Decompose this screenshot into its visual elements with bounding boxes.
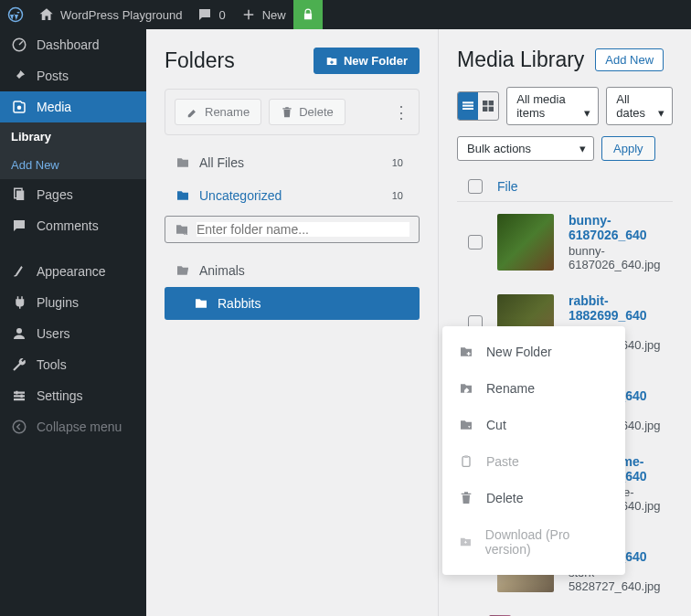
ctx-new-folder[interactable]: New Folder xyxy=(442,334,625,370)
pages-icon xyxy=(11,186,27,203)
lock-badge[interactable] xyxy=(293,0,323,29)
sidebar-item-media[interactable]: Media xyxy=(0,91,146,122)
more-button[interactable]: ⋮ xyxy=(393,102,409,122)
sidebar-item-appearance[interactable]: Appearance xyxy=(0,256,146,287)
sidebar-item-dashboard[interactable]: Dashboard xyxy=(0,29,146,60)
media-thumbnail[interactable] xyxy=(497,214,554,271)
svg-rect-8 xyxy=(14,398,25,400)
select-all-checkbox[interactable] xyxy=(468,179,483,194)
svg-rect-19 xyxy=(462,108,473,110)
svg-rect-21 xyxy=(489,101,494,105)
folder-uncategorized[interactable]: Uncategorized 10 xyxy=(165,179,420,212)
apply-button[interactable]: Apply xyxy=(601,136,655,161)
folder-search-input[interactable] xyxy=(197,222,409,237)
svg-rect-18 xyxy=(462,105,473,107)
ctx-download: Download (Pro version) xyxy=(442,516,625,568)
admin-sidebar: Dashboard Posts Media Library Add New Pa… xyxy=(0,29,146,616)
folder-icon xyxy=(175,188,190,203)
edit-icon xyxy=(459,381,473,396)
svg-point-11 xyxy=(13,420,26,433)
grid-icon xyxy=(481,99,495,113)
media-title: Media Library xyxy=(457,48,584,72)
sidebar-item-comments[interactable]: Comments xyxy=(0,210,146,241)
dashboard-icon xyxy=(11,37,27,53)
ctx-cut[interactable]: Cut xyxy=(442,407,625,443)
svg-rect-6 xyxy=(14,392,25,394)
svg-rect-23 xyxy=(489,107,494,112)
edit-icon xyxy=(186,106,199,119)
lock-icon xyxy=(302,8,314,21)
folder-plus-icon xyxy=(325,55,338,68)
comments-count: 0 xyxy=(218,8,225,22)
new-label: New xyxy=(262,8,286,22)
folder-all-files[interactable]: All Files 10 xyxy=(165,146,420,179)
brush-icon xyxy=(11,263,27,280)
svg-point-5 xyxy=(16,328,22,334)
sidebar-sub-library[interactable]: Library xyxy=(0,122,146,151)
folder-search[interactable] xyxy=(165,216,420,243)
rename-button[interactable]: Rename xyxy=(175,99,261,125)
site-name-link[interactable]: WordPress Playground xyxy=(31,0,189,29)
cut-icon xyxy=(459,418,473,432)
media-add-new-button[interactable]: Add New xyxy=(595,48,664,71)
sidebar-item-plugins[interactable]: Plugins xyxy=(0,287,146,318)
delete-button[interactable]: Delete xyxy=(269,99,346,125)
row-checkbox[interactable] xyxy=(468,235,483,250)
bulk-actions-select[interactable]: Bulk actions xyxy=(457,136,594,161)
media-item-name[interactable]: bunny-6187026_640 xyxy=(569,213,662,242)
view-list-button[interactable] xyxy=(458,92,478,120)
sidebar-item-tools[interactable]: Tools xyxy=(0,349,146,380)
folder-animals[interactable]: Animals xyxy=(165,254,420,287)
ctx-delete[interactable]: Delete xyxy=(442,480,625,516)
folder-rabbits[interactable]: Rabbits xyxy=(165,287,420,320)
settings-icon xyxy=(11,388,27,404)
sidebar-item-users[interactable]: Users xyxy=(0,318,146,349)
pin-icon xyxy=(11,68,27,84)
wp-logo[interactable] xyxy=(0,0,31,29)
media-row: flowers_5452263_640 flowers_5452263_640.… xyxy=(457,604,673,616)
trash-icon xyxy=(281,106,293,119)
svg-rect-10 xyxy=(21,395,23,398)
paste-icon xyxy=(459,454,473,469)
filter-dates[interactable]: All dates xyxy=(606,87,673,125)
collapse-menu[interactable]: Collapse menu xyxy=(0,411,146,442)
admin-topbar: WordPress Playground 0 New xyxy=(0,0,691,29)
media-icon xyxy=(11,99,27,115)
trash-icon xyxy=(459,491,473,505)
svg-rect-14 xyxy=(467,353,471,354)
new-content-link[interactable]: New xyxy=(233,0,293,29)
view-toggle xyxy=(457,91,499,121)
svg-rect-22 xyxy=(483,107,487,112)
svg-rect-4 xyxy=(16,191,24,201)
site-name: WordPress Playground xyxy=(60,8,182,22)
folders-title: Folders xyxy=(165,48,235,73)
sidebar-item-pages[interactable]: Pages xyxy=(0,179,146,210)
folder-context-menu: New Folder Rename Cut Paste Delete Downl… xyxy=(442,326,625,575)
view-grid-button[interactable] xyxy=(478,92,498,120)
wrench-icon xyxy=(11,356,27,373)
folder-plus-icon xyxy=(459,345,473,359)
folders-panel: Folders New Folder Rename Delete ⋮ All F… xyxy=(146,29,439,616)
folder-search-icon xyxy=(175,222,189,237)
user-icon xyxy=(11,325,27,342)
ctx-paste: Paste xyxy=(442,443,625,480)
folder-icon xyxy=(175,155,190,170)
sidebar-item-settings[interactable]: Settings xyxy=(0,380,146,411)
collapse-icon xyxy=(11,419,27,435)
folder-toolbar: Rename Delete ⋮ xyxy=(165,89,420,135)
svg-point-2 xyxy=(17,106,22,111)
plus-icon xyxy=(240,6,257,23)
media-item-name[interactable]: rabbit-1882699_640 xyxy=(569,293,662,323)
svg-rect-7 xyxy=(14,395,25,397)
svg-rect-16 xyxy=(464,455,468,458)
main-content: Folders New Folder Rename Delete ⋮ All F… xyxy=(146,29,691,616)
file-column-header[interactable]: File xyxy=(497,179,518,194)
new-folder-button[interactable]: New Folder xyxy=(314,48,420,74)
comments-link[interactable]: 0 xyxy=(189,0,232,29)
filter-media-type[interactable]: All media items xyxy=(506,87,599,125)
svg-rect-17 xyxy=(462,101,473,103)
comment-icon xyxy=(197,6,213,23)
sidebar-sub-addnew[interactable]: Add New xyxy=(0,151,146,179)
ctx-rename[interactable]: Rename xyxy=(442,370,625,407)
sidebar-item-posts[interactable]: Posts xyxy=(0,60,146,91)
